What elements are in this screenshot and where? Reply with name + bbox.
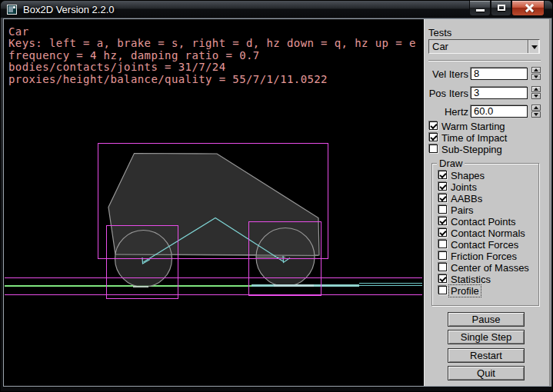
checkbox-label[interactable]: Contact Points: [451, 216, 516, 228]
hertz-field[interactable]: 60.0: [471, 105, 528, 118]
checkbox-icon[interactable]: [438, 263, 447, 271]
checkbox-label[interactable]: Friction Forces: [451, 251, 517, 262]
vel-iters-up-button[interactable]: [531, 67, 541, 73]
pos-iters-label: Pos Iters: [425, 88, 468, 99]
info-line-keys: Keys: left = a, brake = s, right = d, hz…: [8, 37, 416, 49]
checkbox-label[interactable]: AABBs: [451, 193, 482, 204]
vel-iters-down-button[interactable]: [531, 74, 541, 80]
checkbox-icon[interactable]: [438, 194, 447, 202]
chevron-down-icon: [531, 45, 538, 49]
checkbox-label[interactable]: Shapes: [451, 170, 485, 181]
checkbox-label[interactable]: Contact Normals: [451, 228, 525, 239]
checkbox-icon[interactable]: [438, 182, 447, 191]
checkbox-icon[interactable]: [438, 205, 447, 214]
checkbox-icon[interactable]: [438, 286, 447, 294]
maximize-button[interactable]: [491, 1, 511, 16]
app-icon: [7, 5, 17, 15]
minimize-icon: [476, 9, 485, 12]
window-title: Box2D Version 2.2.0: [23, 4, 115, 15]
arrow-up-icon: [534, 88, 538, 91]
window-content: Car Keys: left = a, brake = s, right = d…: [3, 18, 551, 387]
tests-label: Tests: [428, 27, 451, 38]
separator: [428, 60, 541, 61]
control-panel: Tests Car Vel Iters 8 Pos Iters 3 He: [424, 19, 551, 386]
app-icon-dot: [13, 6, 15, 8]
debug-draw-scene: Car Keys: left = a, brake = s, right = d…: [4, 19, 424, 386]
hertz-label: Hertz: [425, 106, 468, 118]
checkbox-icon[interactable]: [429, 121, 438, 130]
restart-button[interactable]: Restart: [448, 348, 525, 363]
tests-dropdown-value: Car: [432, 41, 448, 52]
app-window: Box2D Version 2.2.0: [0, 0, 553, 392]
checkbox-icon[interactable]: [438, 228, 447, 237]
tests-dropdown[interactable]: Car: [428, 39, 540, 54]
hertz-down-button[interactable]: [531, 111, 541, 118]
checkbox-label[interactable]: Statistics: [451, 274, 491, 285]
checkbox-label[interactable]: Center of Masses: [451, 262, 529, 274]
arrow-down-icon: [534, 75, 538, 78]
checkbox-label[interactable]: Sub-Stepping: [441, 144, 502, 155]
arrow-down-icon: [534, 95, 538, 98]
checkbox-label[interactable]: Warm Starting: [441, 121, 505, 132]
checkbox-label[interactable]: Pairs: [451, 204, 474, 216]
pos-iters-up-button[interactable]: [531, 86, 541, 92]
info-line-proxies: proxies/height/balance/quality = 55/7/1/…: [8, 73, 328, 85]
checkbox-label[interactable]: Profile: [449, 285, 481, 297]
hertz-up-button[interactable]: [531, 105, 541, 111]
close-button[interactable]: [511, 1, 545, 16]
draw-group-label: Draw: [437, 158, 465, 169]
checkbox-icon[interactable]: [429, 133, 438, 141]
info-line-bodies: bodies/contacts/joints = 31/7/24: [8, 61, 226, 73]
vel-iters-label: Vel Iters: [425, 68, 468, 80]
checkbox-label[interactable]: Contact Forces: [451, 239, 518, 251]
info-line-title: Car: [8, 25, 29, 38]
hertz-spinner: [531, 105, 541, 118]
tests-dropdown-button[interactable]: [528, 40, 539, 53]
arrow-up-icon: [534, 106, 538, 109]
arrow-down-icon: [534, 113, 538, 116]
info-line-frequency: frequency = 4 hz, damping ratio = 0.7: [8, 49, 260, 61]
maximize-icon: [498, 5, 505, 11]
title-bar[interactable]: Box2D Version 2.2.0: [1, 1, 552, 18]
checkbox-icon[interactable]: [429, 145, 438, 153]
debug-text: Car Keys: left = a, brake = s, right = d…: [8, 25, 416, 85]
single-step-button[interactable]: Single Step: [448, 330, 525, 344]
pos-iters-spinner: [531, 86, 541, 99]
quit-button[interactable]: Quit: [448, 366, 525, 380]
minimize-button[interactable]: [469, 1, 491, 16]
simulation-canvas[interactable]: Car Keys: left = a, brake = s, right = d…: [4, 19, 424, 386]
checkbox-icon[interactable]: [438, 217, 447, 225]
ground-lines: [5, 284, 422, 287]
pos-iters-down-button[interactable]: [531, 93, 541, 99]
checkbox-icon[interactable]: [438, 274, 447, 283]
arrow-up-icon: [534, 68, 538, 71]
pos-iters-field[interactable]: 3: [471, 87, 528, 99]
checkbox-icon[interactable]: [438, 171, 447, 179]
checkbox-icon[interactable]: [438, 251, 447, 260]
vel-iters-field[interactable]: 8: [471, 68, 528, 80]
checkbox-label[interactable]: Joints: [451, 181, 477, 193]
vel-iters-spinner: [531, 67, 541, 80]
pause-button[interactable]: Pause: [448, 312, 525, 327]
checkbox-icon[interactable]: [438, 240, 447, 248]
checkbox-label[interactable]: Time of Impact: [441, 132, 507, 144]
close-icon: [524, 3, 534, 13]
